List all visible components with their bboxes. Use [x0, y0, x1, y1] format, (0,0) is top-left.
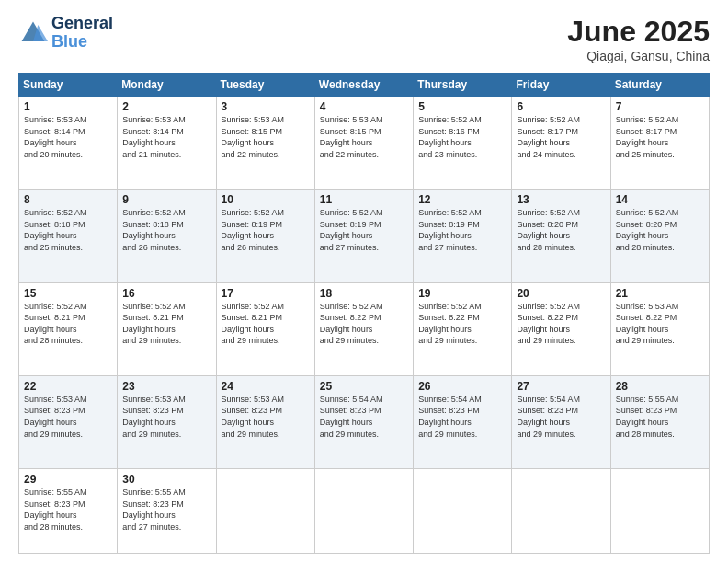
- day-info: Sunrise: 5:53 AM Sunset: 8:23 PM Dayligh…: [122, 394, 210, 440]
- day-number: 24: [222, 380, 310, 393]
- day-info: Sunrise: 5:52 AM Sunset: 8:17 PM Dayligh…: [517, 114, 605, 160]
- day-number: 17: [222, 287, 310, 300]
- calendar-cell: 27 Sunrise: 5:54 AM Sunset: 8:23 PM Dayl…: [512, 375, 610, 468]
- day-info: Sunrise: 5:53 AM Sunset: 8:14 PM Dayligh…: [24, 114, 112, 160]
- calendar-cell: 16 Sunrise: 5:52 AM Sunset: 8:21 PM Dayl…: [118, 282, 216, 375]
- calendar-cell: 26 Sunrise: 5:54 AM Sunset: 8:23 PM Dayl…: [414, 375, 512, 468]
- header-saturday: Saturday: [610, 74, 709, 97]
- calendar-cell: [314, 469, 413, 554]
- calendar-cell: 22 Sunrise: 5:53 AM Sunset: 8:23 PM Dayl…: [19, 375, 118, 468]
- day-info: Sunrise: 5:52 AM Sunset: 8:16 PM Dayligh…: [418, 114, 506, 160]
- day-info: Sunrise: 5:53 AM Sunset: 8:15 PM Dayligh…: [320, 114, 408, 160]
- day-info: Sunrise: 5:52 AM Sunset: 8:22 PM Dayligh…: [517, 301, 605, 347]
- day-number: 16: [122, 287, 210, 300]
- day-info: Sunrise: 5:54 AM Sunset: 8:23 PM Dayligh…: [418, 394, 506, 440]
- day-info: Sunrise: 5:52 AM Sunset: 8:17 PM Dayligh…: [616, 114, 704, 160]
- day-number: 7: [616, 100, 704, 113]
- day-number: 28: [616, 380, 704, 393]
- day-info: Sunrise: 5:53 AM Sunset: 8:22 PM Dayligh…: [616, 301, 704, 347]
- calendar-week-row: 15 Sunrise: 5:52 AM Sunset: 8:21 PM Dayl…: [19, 282, 710, 375]
- day-number: 19: [418, 287, 506, 300]
- day-info: Sunrise: 5:55 AM Sunset: 8:23 PM Dayligh…: [24, 487, 112, 533]
- calendar-cell: 7 Sunrise: 5:52 AM Sunset: 8:17 PM Dayli…: [610, 97, 709, 190]
- day-info: Sunrise: 5:52 AM Sunset: 8:18 PM Dayligh…: [24, 207, 112, 253]
- calendar-cell: 8 Sunrise: 5:52 AM Sunset: 8:18 PM Dayli…: [19, 190, 118, 282]
- calendar-cell: 2 Sunrise: 5:53 AM Sunset: 8:14 PM Dayli…: [118, 97, 216, 190]
- day-number: 22: [24, 380, 112, 393]
- day-info: Sunrise: 5:52 AM Sunset: 8:19 PM Dayligh…: [320, 207, 408, 253]
- day-info: Sunrise: 5:55 AM Sunset: 8:23 PM Dayligh…: [616, 394, 704, 440]
- calendar-cell: [512, 469, 610, 554]
- calendar-week-row: 8 Sunrise: 5:52 AM Sunset: 8:18 PM Dayli…: [19, 190, 710, 282]
- calendar-cell: 5 Sunrise: 5:52 AM Sunset: 8:16 PM Dayli…: [414, 97, 512, 190]
- logo-icon: [18, 18, 48, 48]
- calendar-cell: 29 Sunrise: 5:55 AM Sunset: 8:23 PM Dayl…: [19, 469, 118, 554]
- day-info: Sunrise: 5:53 AM Sunset: 8:23 PM Dayligh…: [24, 394, 112, 440]
- day-info: Sunrise: 5:52 AM Sunset: 8:22 PM Dayligh…: [320, 301, 408, 347]
- calendar-cell: 9 Sunrise: 5:52 AM Sunset: 8:18 PM Dayli…: [118, 190, 216, 282]
- day-number: 18: [320, 287, 408, 300]
- calendar-cell: [610, 469, 709, 554]
- header-wednesday: Wednesday: [314, 74, 413, 97]
- day-number: 2: [122, 100, 210, 113]
- calendar-cell: 21 Sunrise: 5:53 AM Sunset: 8:22 PM Dayl…: [610, 282, 709, 375]
- day-number: 20: [517, 287, 605, 300]
- calendar-cell: 19 Sunrise: 5:52 AM Sunset: 8:22 PM Dayl…: [414, 282, 512, 375]
- calendar-title: June 2025: [567, 15, 710, 49]
- day-info: Sunrise: 5:52 AM Sunset: 8:19 PM Dayligh…: [418, 207, 506, 253]
- day-info: Sunrise: 5:54 AM Sunset: 8:23 PM Dayligh…: [517, 394, 605, 440]
- header-sunday: Sunday: [19, 74, 118, 97]
- calendar-cell: 1 Sunrise: 5:53 AM Sunset: 8:14 PM Dayli…: [19, 97, 118, 190]
- calendar-cell: [216, 469, 314, 554]
- day-number: 14: [616, 193, 704, 206]
- header: General Blue June 2025 Qiagai, Gansu, Ch…: [18, 15, 710, 63]
- calendar-cell: 3 Sunrise: 5:53 AM Sunset: 8:15 PM Dayli…: [216, 97, 314, 190]
- day-info: Sunrise: 5:52 AM Sunset: 8:21 PM Dayligh…: [122, 301, 210, 347]
- calendar-cell: 4 Sunrise: 5:53 AM Sunset: 8:15 PM Dayli…: [314, 97, 413, 190]
- calendar-subtitle: Qiagai, Gansu, China: [567, 49, 710, 63]
- day-info: Sunrise: 5:52 AM Sunset: 8:19 PM Dayligh…: [222, 207, 310, 253]
- calendar-cell: 28 Sunrise: 5:55 AM Sunset: 8:23 PM Dayl…: [610, 375, 709, 468]
- calendar-cell: 11 Sunrise: 5:52 AM Sunset: 8:19 PM Dayl…: [314, 190, 413, 282]
- header-tuesday: Tuesday: [216, 74, 314, 97]
- day-number: 15: [24, 287, 112, 300]
- day-number: 8: [24, 193, 112, 206]
- header-friday: Friday: [512, 74, 610, 97]
- day-number: 13: [517, 193, 605, 206]
- day-info: Sunrise: 5:52 AM Sunset: 8:21 PM Dayligh…: [222, 301, 310, 347]
- day-info: Sunrise: 5:52 AM Sunset: 8:20 PM Dayligh…: [616, 207, 704, 253]
- header-thursday: Thursday: [414, 74, 512, 97]
- day-info: Sunrise: 5:53 AM Sunset: 8:15 PM Dayligh…: [222, 114, 310, 160]
- calendar-table: Sunday Monday Tuesday Wednesday Thursday…: [18, 73, 710, 554]
- day-number: 26: [418, 380, 506, 393]
- day-number: 5: [418, 100, 506, 113]
- title-block: June 2025 Qiagai, Gansu, China: [567, 15, 710, 63]
- calendar-cell: 13 Sunrise: 5:52 AM Sunset: 8:20 PM Dayl…: [512, 190, 610, 282]
- page: General Blue June 2025 Qiagai, Gansu, Ch…: [0, 0, 728, 563]
- calendar-cell: 30 Sunrise: 5:55 AM Sunset: 8:23 PM Dayl…: [118, 469, 216, 554]
- calendar-cell: [414, 469, 512, 554]
- day-info: Sunrise: 5:52 AM Sunset: 8:21 PM Dayligh…: [24, 301, 112, 347]
- calendar-cell: 25 Sunrise: 5:54 AM Sunset: 8:23 PM Dayl…: [314, 375, 413, 468]
- day-number: 11: [320, 193, 408, 206]
- day-info: Sunrise: 5:54 AM Sunset: 8:23 PM Dayligh…: [320, 394, 408, 440]
- day-number: 25: [320, 380, 408, 393]
- day-number: 30: [122, 473, 210, 486]
- day-number: 12: [418, 193, 506, 206]
- calendar-cell: 14 Sunrise: 5:52 AM Sunset: 8:20 PM Dayl…: [610, 190, 709, 282]
- calendar-cell: 10 Sunrise: 5:52 AM Sunset: 8:19 PM Dayl…: [216, 190, 314, 282]
- day-info: Sunrise: 5:53 AM Sunset: 8:23 PM Dayligh…: [222, 394, 310, 440]
- header-monday: Monday: [118, 74, 216, 97]
- calendar-cell: 23 Sunrise: 5:53 AM Sunset: 8:23 PM Dayl…: [118, 375, 216, 468]
- day-number: 23: [122, 380, 210, 393]
- day-number: 4: [320, 100, 408, 113]
- logo-text: General Blue: [51, 15, 113, 52]
- calendar-week-row: 22 Sunrise: 5:53 AM Sunset: 8:23 PM Dayl…: [19, 375, 710, 468]
- calendar-cell: 20 Sunrise: 5:52 AM Sunset: 8:22 PM Dayl…: [512, 282, 610, 375]
- day-info: Sunrise: 5:52 AM Sunset: 8:20 PM Dayligh…: [517, 207, 605, 253]
- weekday-header-row: Sunday Monday Tuesday Wednesday Thursday…: [19, 74, 710, 97]
- day-info: Sunrise: 5:52 AM Sunset: 8:22 PM Dayligh…: [418, 301, 506, 347]
- day-info: Sunrise: 5:55 AM Sunset: 8:23 PM Dayligh…: [122, 487, 210, 533]
- day-info: Sunrise: 5:53 AM Sunset: 8:14 PM Dayligh…: [122, 114, 210, 160]
- calendar-week-row: 1 Sunrise: 5:53 AM Sunset: 8:14 PM Dayli…: [19, 97, 710, 190]
